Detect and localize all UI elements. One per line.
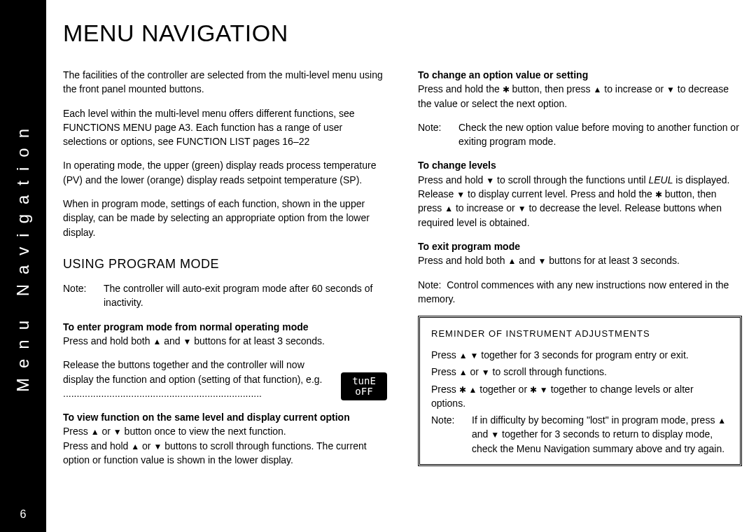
star-icon: ✱ (655, 190, 662, 199)
star-icon: ✱ (503, 85, 510, 94)
down-triangle-icon: ▼ (456, 190, 465, 199)
change-levels-para: To change levels Press and hold ▼ to scr… (418, 158, 742, 229)
note-body: The controller will auto-exit program mo… (104, 281, 387, 310)
reminder-title: REMINDER OF INSTRUMENT ADJUSTMENTS (431, 328, 729, 341)
display-icon: tunE oFF (341, 372, 387, 400)
code-leul: LEUL (648, 174, 673, 186)
up-triangle-icon: ▲ (91, 428, 99, 436)
exit-program-mode-para: To exit program mode Press and hold both… (418, 239, 742, 268)
display-line-2: oFF (355, 386, 372, 397)
note-control-commences: Note: Control commences with any new ins… (418, 278, 742, 307)
section-using-program-mode: USING PROGRAM MODE (63, 255, 387, 273)
down-triangle-icon: ▼ (486, 176, 494, 185)
note-label: Note: (431, 413, 472, 456)
down-triangle-icon: ▼ (538, 257, 546, 265)
page-number: 6 (0, 508, 46, 521)
up-triangle-icon: ▲ (459, 368, 468, 377)
page-content: MENU NAVIGATION The facilities of the co… (63, 20, 742, 477)
enter-heading: To enter program mode from normal operat… (63, 321, 309, 332)
intro-para-4: When in program mode, settings of each f… (63, 197, 387, 239)
note-label: Note: (63, 281, 104, 310)
right-column: To change an option value or setting Pre… (418, 68, 742, 477)
left-column: The facilities of the controller are sel… (63, 68, 387, 477)
exit-heading: To exit program mode (418, 241, 520, 252)
note-label: Note: (418, 120, 458, 149)
intro-para-3: In operating mode, the upper (green) dis… (63, 158, 387, 187)
release-text: Release the buttons together and the con… (63, 358, 335, 400)
note-auto-exit: Note: The controller will auto-exit prog… (63, 281, 387, 310)
reminder-line-3: Press ✱ ▲ together or ✱ ▼ together to ch… (431, 382, 729, 411)
intro-para-2: Each level within the multi-level menu o… (63, 106, 387, 149)
note-check-value: Note: Check the new option value before … (418, 120, 742, 149)
down-triangle-icon: ▼ (491, 430, 499, 439)
up-triangle-icon: ▲ (507, 257, 516, 265)
down-triangle-icon: ▼ (113, 428, 122, 436)
change-option-para: To change an option value or setting Pre… (418, 68, 742, 111)
down-triangle-icon: ▼ (183, 337, 191, 346)
up-triangle-icon: ▲ (718, 416, 726, 425)
down-triangle-icon: ▼ (470, 351, 478, 360)
sidebar: Menu Navigation 6 (0, 0, 46, 532)
up-triangle-icon: ▲ (444, 204, 453, 213)
down-triangle-icon: ▼ (482, 368, 490, 377)
intro-para-1: The facilities of the controller are sel… (63, 68, 387, 97)
side-vertical-label: Menu Navigation (13, 119, 33, 392)
up-triangle-icon: ▲ (153, 337, 161, 346)
levels-heading: To change levels (418, 160, 496, 171)
release-and-display: Release the buttons together and the con… (63, 358, 387, 400)
down-triangle-icon: ▼ (540, 386, 548, 394)
reminder-line-2: Press ▲ or ▼ to scroll through functions… (431, 365, 729, 379)
up-triangle-icon: ▲ (594, 85, 602, 94)
reminder-box: REMINDER OF INSTRUMENT ADJUSTMENTS Press… (418, 316, 742, 466)
down-triangle-icon: ▼ (518, 204, 526, 213)
note-body: If in difficulty by becoming "lost" in p… (472, 413, 729, 456)
down-triangle-icon: ▼ (153, 442, 162, 451)
star-icon: ✱ (459, 386, 466, 394)
reminder-note: Note: If in difficulty by becoming "lost… (431, 413, 729, 456)
down-triangle-icon: ▼ (666, 85, 675, 94)
note-body: Check the new option value before moving… (458, 120, 742, 149)
up-triangle-icon: ▲ (459, 351, 468, 360)
view-heading: To view function on the same level and d… (63, 412, 350, 423)
reminder-line-1: Press ▲ ▼ together for 3 seconds for pro… (431, 348, 729, 362)
display-line-1: tunE (352, 376, 376, 386)
page-title: MENU NAVIGATION (63, 20, 742, 47)
enter-program-mode: To enter program mode from normal operat… (63, 320, 387, 349)
change-heading: To change an option value or setting (418, 69, 588, 80)
view-function-para: To view function on the same level and d… (63, 410, 387, 467)
star-icon: ✱ (530, 386, 537, 394)
up-triangle-icon: ▲ (469, 386, 477, 394)
up-triangle-icon: ▲ (131, 442, 139, 451)
